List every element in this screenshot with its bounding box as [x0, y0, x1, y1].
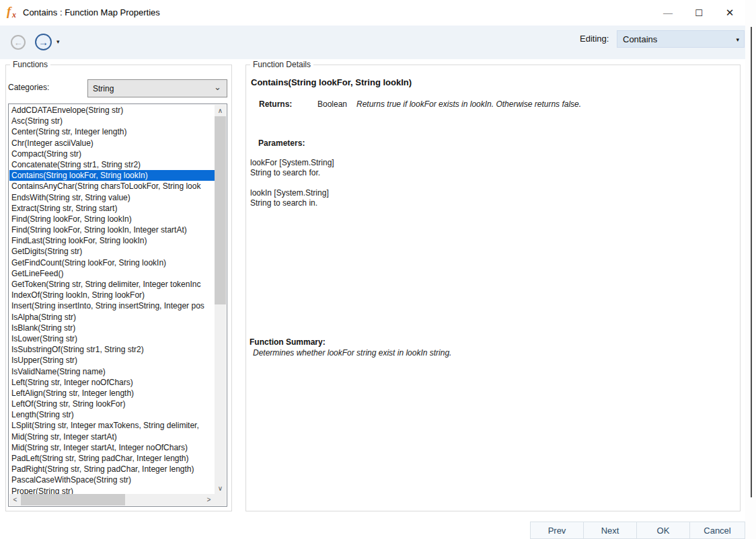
scroll-up-icon[interactable]: ∧ — [215, 105, 226, 116]
function-list-item[interactable]: ContainsAnyChar(String charsToLookFor, S… — [9, 181, 215, 192]
next-button[interactable]: Next — [583, 522, 637, 539]
scroll-right-icon[interactable]: > — [203, 494, 215, 505]
categories-label: Categories: — [8, 83, 49, 92]
function-list-item[interactable]: GetToken(String str, String delimiter, I… — [9, 279, 215, 290]
horizontal-scrollbar-thumb[interactable] — [21, 494, 125, 505]
minimize-icon[interactable]: — — [652, 0, 683, 26]
function-list-item[interactable]: Compact(String str) — [9, 149, 215, 159]
categories-combobox-value: String — [93, 84, 114, 93]
function-listbox[interactable]: AddCDATAEnvelope(String str)Asc(String s… — [8, 103, 227, 507]
function-list-item[interactable]: IndexOf(String lookIn, String lookFor) — [9, 290, 215, 300]
function-summary-text: Determines whether lookFor string exist … — [253, 348, 451, 358]
function-list-item[interactable]: IsBlank(String str) — [9, 323, 215, 333]
function-list-item[interactable]: IsSubstringOf(String str1, String str2) — [9, 344, 215, 355]
function-list-item[interactable]: LeftOf(String str, String lookFor) — [9, 399, 215, 409]
function-list-item[interactable]: IsUpper(String str) — [9, 355, 215, 366]
back-icon[interactable]: ← — [11, 35, 26, 50]
function-list: AddCDATAEnvelope(String str)Asc(String s… — [9, 105, 215, 494]
function-list-item[interactable]: GetLineFeed() — [9, 268, 215, 279]
ok-button[interactable]: OK — [636, 522, 690, 539]
function-list-item[interactable]: Concatenate(String str1, String str2) — [9, 159, 215, 170]
function-details-group-label: Function Details — [250, 60, 313, 69]
function-list-item[interactable]: LeftAlign(String str, Integer length) — [9, 388, 215, 399]
categories-combobox[interactable]: String ⌄ — [87, 79, 227, 97]
forward-icon[interactable]: → — [35, 34, 52, 50]
returns-label: Returns: — [259, 99, 292, 109]
function-list-item[interactable]: Extract(String str, String start) — [9, 203, 215, 214]
editing-label: Editing: — [580, 34, 609, 44]
parameter-name: lookIn [System.String] — [250, 188, 329, 198]
editing-combobox-value: Contains — [623, 34, 657, 44]
function-list-item[interactable]: Mid(String str, Integer startAt, Integer… — [9, 442, 215, 453]
background-window-edge — [751, 27, 752, 497]
functions-group-label: Functions — [10, 60, 50, 69]
function-list-item[interactable]: LSplit(String str, Integer maxTokens, St… — [9, 420, 215, 431]
close-icon[interactable]: ✕ — [714, 0, 745, 26]
function-list-item[interactable]: Left(String str, Integer noOfChars) — [9, 377, 215, 388]
function-list-item[interactable]: GetFindCount(String lookFor, String look… — [9, 257, 215, 268]
dialog-window: f x Contains : Function Map Properties —… — [0, 0, 745, 539]
parameter-description: String to search for. — [250, 168, 320, 177]
function-list-item[interactable]: FindLast(String lookFor, String lookIn) — [9, 235, 215, 246]
function-list-item[interactable]: Asc(String str) — [9, 116, 215, 126]
cancel-button[interactable]: Cancel — [689, 522, 745, 539]
function-list-item[interactable]: PascalCaseWithSpace(String str) — [9, 474, 215, 485]
function-list-item[interactable]: Mid(String str, Integer startAt) — [9, 431, 215, 442]
function-summary-label: Function Summary: — [250, 337, 326, 347]
scroll-left-icon[interactable]: < — [9, 494, 21, 505]
chevron-down-icon: ▾ — [736, 36, 739, 43]
function-list-item[interactable]: Center(String str, Integer length) — [9, 126, 215, 137]
function-details-groupbox: Function Details — [245, 65, 741, 511]
returns-type: Boolean — [317, 99, 347, 109]
function-list-item[interactable]: IsLower(String str) — [9, 333, 215, 344]
function-list-item[interactable]: PadRight(String str, String padChar, Int… — [9, 464, 215, 474]
scroll-down-icon[interactable]: ∨ — [215, 483, 226, 494]
function-list-item[interactable]: PadLeft(String str, String padChar, Inte… — [9, 453, 215, 464]
window-title: Contains : Function Map Properties — [23, 7, 160, 17]
vertical-scrollbar-thumb[interactable] — [215, 116, 226, 304]
parameter-name: lookFor [System.String] — [250, 158, 334, 167]
parameters-label: Parameters: — [258, 138, 305, 148]
editing-combobox[interactable]: Contains ▾ — [617, 30, 745, 48]
fx-icon-f: f — [7, 4, 11, 19]
fx-app-icon: f x — [7, 5, 20, 20]
function-list-item[interactable]: AddCDATAEnvelope(String str) — [9, 105, 215, 116]
function-list-item[interactable]: Insert(String insertInto, String insertS… — [9, 300, 215, 311]
function-list-item[interactable]: Find(String lookFor, String lookIn, Inte… — [9, 224, 215, 235]
returns-description: Returns true if lookFor exists in lookIn… — [356, 99, 581, 109]
forward-dropdown-icon[interactable]: ▾ — [56, 38, 60, 45]
prev-button[interactable]: Prev — [530, 522, 584, 539]
parameter-description: String to search in. — [250, 198, 317, 208]
function-signature: Contains(String lookFor, String lookIn) — [251, 77, 412, 87]
function-list-item[interactable]: Chr(Integer asciiValue) — [9, 138, 215, 149]
function-list-item[interactable]: GetDigits(String str) — [9, 246, 215, 257]
fx-icon-x: x — [12, 10, 16, 20]
chevron-down-icon: ⌄ — [214, 82, 221, 92]
function-list-item[interactable]: Length(String str) — [9, 409, 215, 420]
title-bar: f x Contains : Function Map Properties —… — [0, 0, 745, 26]
function-list-item[interactable]: Contains(String lookFor, String lookIn) — [9, 170, 215, 181]
maximize-icon[interactable]: ☐ — [683, 0, 714, 26]
function-list-item[interactable]: EndsWith(String str, String value) — [9, 192, 215, 203]
function-list-item[interactable]: IsAlpha(String str) — [9, 312, 215, 323]
function-list-item[interactable]: Find(String lookFor, String lookIn) — [9, 214, 215, 224]
scrollbar-corner — [215, 494, 226, 505]
function-list-item[interactable]: Proper(String str) — [9, 486, 215, 494]
function-list-item[interactable]: IsValidName(String name) — [9, 366, 215, 377]
